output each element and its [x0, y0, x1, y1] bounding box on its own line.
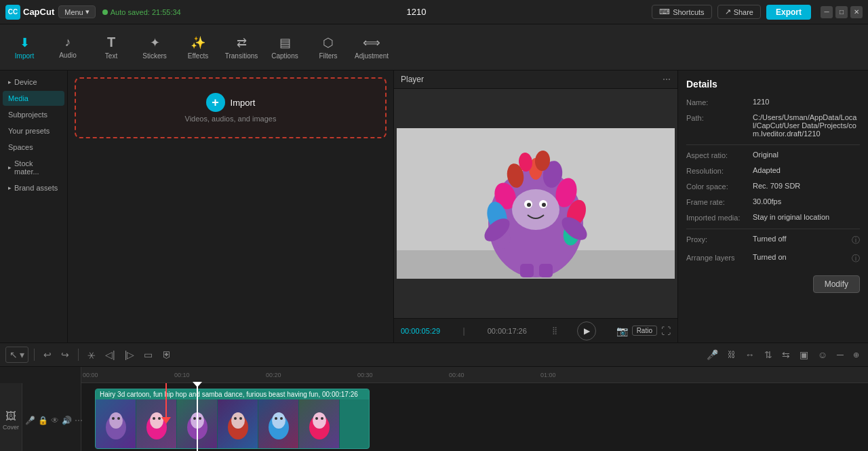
autosave-dot	[102, 9, 108, 15]
play-button[interactable]: ▶	[577, 321, 596, 340]
export-button[interactable]: Export	[766, 5, 811, 20]
tool-audio-label: Audio	[59, 52, 77, 59]
detail-name-value: 1210	[753, 98, 860, 106]
detail-colorspace-label: Color space:	[686, 182, 747, 191]
track-volume-icon[interactable]: 🔊	[62, 416, 72, 425]
fullscreen-button[interactable]: ⛶	[661, 326, 671, 336]
current-time: 00:00:05:29	[401, 327, 440, 335]
svg-point-28	[117, 417, 120, 420]
track-mic-icon[interactable]: 🎤	[25, 416, 35, 425]
sidebar-item-device[interactable]: ▸ Device	[3, 75, 64, 90]
tool-import[interactable]: ⬇ Import	[3, 26, 46, 68]
player-menu-icon[interactable]: ⋯	[663, 75, 671, 84]
sidebar: ▸ Device Media Subprojects Your presets …	[0, 71, 68, 342]
select-tool[interactable]: ↖ ▾	[5, 347, 28, 363]
tool-effects[interactable]: ✨ Effects	[176, 26, 220, 68]
ruler-mark-30: 00:30	[356, 367, 373, 383]
merge-button[interactable]: ⇆	[778, 347, 793, 362]
keyboard-icon: ⌨	[659, 7, 670, 16]
tool-filters-label: Filters	[319, 52, 337, 60]
tool-stickers[interactable]: ✦ Stickers	[133, 26, 176, 68]
svg-rect-15	[539, 264, 553, 277]
track-title: Hairy 3d cartoon, fun hip hop and samba …	[96, 389, 369, 399]
player-panel: Player ⋯	[393, 71, 678, 342]
sidebar-item-spaces[interactable]: Spaces	[3, 140, 64, 155]
app-logo: CC CapCut	[5, 5, 54, 20]
trim-left-button[interactable]: ◁|	[102, 347, 119, 362]
tool-captions-label: Captions	[271, 52, 298, 60]
tool-transitions[interactable]: ⇄ Transitions	[220, 26, 263, 68]
share-button[interactable]: ↗ Share	[717, 5, 761, 19]
ruler-mark-20: 00:20	[264, 367, 281, 383]
sidebar-presets-label: Your presets	[8, 127, 50, 135]
svg-point-43	[275, 417, 277, 420]
tool-filters[interactable]: ⬡ Filters	[307, 26, 350, 68]
cover-icon: 🖼	[5, 410, 16, 423]
svg-point-39	[234, 417, 237, 420]
tool-audio[interactable]: ♪ Audio	[46, 26, 90, 68]
svg-point-40	[239, 417, 242, 420]
shield-button[interactable]: ⛨	[159, 347, 175, 362]
tool-transitions-label: Transitions	[225, 52, 258, 60]
thumb-4	[218, 399, 258, 448]
maximize-button[interactable]: □	[835, 6, 848, 18]
zoom-fit-button[interactable]: ⊕	[850, 349, 863, 361]
split2-button[interactable]: ⇅	[761, 347, 776, 362]
adjustment-icon: ⟺	[363, 35, 380, 50]
svg-point-38	[231, 412, 245, 429]
close-button[interactable]: ✕	[850, 6, 863, 18]
video-track[interactable]: Hairy 3d cartoon, fun hip hop and samba …	[95, 389, 370, 449]
ratio-button[interactable]: Ratio	[632, 326, 657, 336]
detail-resolution-label: Resolution:	[686, 166, 747, 175]
sidebar-item-presets[interactable]: Your presets	[3, 123, 64, 138]
svg-point-47	[315, 417, 318, 420]
mic-button[interactable]: 🎤	[703, 347, 722, 362]
redo-button[interactable]: ↪	[58, 347, 73, 362]
sidebar-item-media[interactable]: Media	[3, 91, 64, 106]
shortcuts-button[interactable]: ⌨ Shortcuts	[652, 5, 711, 19]
trim-right-button[interactable]: |▷	[121, 347, 138, 362]
detail-colorspace-row: Color space: Rec. 709 SDR	[686, 182, 860, 191]
sidebar-item-stock[interactable]: ▸ Stock mater...	[3, 156, 64, 179]
tool-adjustment-label: Adjustment	[355, 52, 389, 60]
svg-point-36	[199, 417, 201, 420]
tool-text-label: Text	[105, 52, 117, 60]
timeline-right-controls: 🎤 ⛓ ↔ ⇅ ⇆ ▣ ☺ ─ ⊕	[703, 347, 863, 362]
menu-button[interactable]: Menu ▾	[58, 5, 96, 18]
modify-button[interactable]: Modify	[813, 275, 860, 293]
player-header: Player ⋯	[394, 71, 677, 89]
svg-point-20	[542, 203, 546, 207]
tool-text[interactable]: T Text	[90, 26, 133, 68]
screenshot-button[interactable]: 📷	[616, 326, 628, 336]
captions-icon: ▤	[279, 35, 291, 50]
tool-captions[interactable]: ▤ Captions	[263, 26, 307, 68]
track-lock-icon[interactable]: 🔒	[38, 416, 48, 425]
ruler-mark-40: 00:40	[448, 367, 465, 383]
transition-add-button[interactable]: ↔	[742, 347, 758, 362]
detail-arrange-value: Turned on	[753, 253, 846, 264]
sidebar-item-subprojects[interactable]: Subprojects	[3, 107, 64, 122]
subtitle-button[interactable]: ▣	[796, 347, 812, 362]
autosave-text: Auto saved: 21:55:34	[111, 8, 181, 16]
menu-label: Menu	[64, 8, 83, 16]
track-eye-icon[interactable]: 👁	[51, 416, 59, 425]
chevron-right-icon-3: ▸	[8, 184, 12, 191]
tool-adjustment[interactable]: ⟺ Adjustment	[350, 26, 393, 68]
undo-button[interactable]: ↩	[40, 347, 55, 362]
sidebar-item-brand[interactable]: ▸ Brand assets	[3, 180, 64, 195]
thumb-1	[96, 399, 136, 448]
detail-aspect-row: Aspect ratio: Original	[686, 151, 860, 159]
details-title: Details	[686, 79, 860, 90]
smile-button[interactable]: ☺	[814, 347, 831, 362]
thumb-5	[258, 399, 299, 448]
crop-button[interactable]: ▭	[140, 347, 156, 362]
detail-proxy-value: Turned off	[753, 235, 846, 246]
zoom-slider[interactable]: ─	[833, 347, 847, 362]
filters-icon: ⬡	[323, 35, 334, 50]
split-button[interactable]: ⚹	[84, 347, 99, 363]
detail-imported-label: Imported media:	[686, 213, 747, 222]
import-area[interactable]: + Import Videos, audios, and images	[75, 77, 387, 138]
link-button[interactable]: ⛓	[724, 348, 739, 361]
timeline-track-area: 00:00 00:10 00:20 00:30 00:40 01:00	[81, 367, 868, 451]
minimize-button[interactable]: ─	[821, 6, 833, 18]
